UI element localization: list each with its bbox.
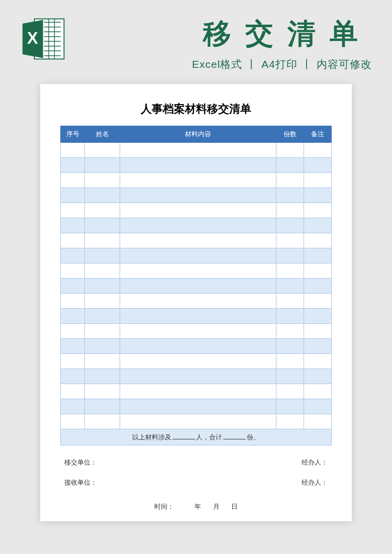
table-cell (85, 158, 120, 173)
footer-date: 时间： 年 月 日 (60, 502, 332, 511)
table-cell (85, 279, 120, 294)
template-subtitle: Excel格式丨A4打印丨内容可修改 (78, 57, 372, 71)
table-cell (120, 248, 276, 263)
table-cell (276, 233, 304, 248)
table-cell (276, 294, 304, 309)
table-cell (304, 339, 332, 354)
summary-prefix: 以上材料涉及 (132, 433, 171, 441)
table-cell (120, 294, 276, 309)
table-cell (85, 263, 120, 279)
table-cell (276, 279, 304, 294)
table-cell (276, 369, 304, 384)
table-cell (304, 203, 332, 218)
year-label: 年 (194, 503, 201, 510)
month-label: 月 (213, 503, 220, 510)
table-row (61, 248, 332, 263)
column-header-seq: 序号 (61, 126, 85, 143)
table-cell (304, 188, 332, 203)
excel-icon: X (20, 15, 68, 63)
blank-people (172, 432, 195, 439)
table-cell (120, 143, 276, 158)
handler-label-1: 经办人： (302, 458, 328, 467)
table-cell (120, 324, 276, 339)
table-row (61, 263, 332, 279)
table-cell (304, 263, 332, 279)
summary-row: 以上材料涉及人，合计份。 (61, 429, 332, 445)
table-row (61, 324, 332, 339)
table-cell (61, 279, 85, 294)
table-cell (304, 324, 332, 339)
table-cell (85, 218, 120, 233)
table-cell (276, 173, 304, 188)
table-cell (304, 248, 332, 263)
table-cell (304, 279, 332, 294)
print-label: A4打印 (261, 58, 298, 70)
table-cell (61, 324, 85, 339)
table-cell (276, 309, 304, 324)
footer-info: 移交单位： 经办人： 接收单位： 经办人： 时间： 年 月 日 (60, 458, 332, 511)
table-cell (120, 158, 276, 173)
table-row (61, 188, 332, 203)
table-cell (85, 414, 120, 429)
table-cell (304, 309, 332, 324)
table-row (61, 279, 332, 294)
table-cell (61, 309, 85, 324)
table-cell (276, 399, 304, 414)
table-cell (61, 248, 85, 263)
table-cell (304, 143, 332, 158)
table-cell (61, 414, 85, 429)
table-row (61, 143, 332, 158)
table-cell (304, 369, 332, 384)
table-row (61, 384, 332, 399)
table-cell (304, 354, 332, 369)
table-cell (120, 218, 276, 233)
handler-label-2: 经办人： (302, 478, 328, 487)
table-cell (120, 203, 276, 218)
template-title: 移交清单 (78, 15, 372, 53)
receive-unit-label: 接收单位： (64, 478, 97, 487)
table-row (61, 233, 332, 248)
table-row (61, 309, 332, 324)
template-header: X 移交清单 Excel格式丨A4打印丨内容可修改 (0, 0, 392, 84)
table-cell (120, 233, 276, 248)
blank-copies (223, 432, 246, 439)
table-cell (276, 218, 304, 233)
table-cell (276, 339, 304, 354)
summary-mid: 人，合计 (196, 433, 222, 441)
table-cell (276, 324, 304, 339)
table-row (61, 173, 332, 188)
table-cell (61, 369, 85, 384)
table-cell (85, 354, 120, 369)
table-row (61, 339, 332, 354)
table-cell (120, 339, 276, 354)
table-cell (85, 233, 120, 248)
table-cell (304, 218, 332, 233)
table-cell (120, 354, 276, 369)
table-cell (61, 339, 85, 354)
table-cell (61, 233, 85, 248)
table-cell (85, 384, 120, 399)
table-cell (61, 218, 85, 233)
table-cell (276, 188, 304, 203)
column-header-content: 材料内容 (120, 126, 276, 143)
table-cell (304, 384, 332, 399)
table-cell (61, 384, 85, 399)
table-cell (120, 399, 276, 414)
table-cell (120, 369, 276, 384)
table-cell (61, 354, 85, 369)
table-cell (276, 203, 304, 218)
table-cell (85, 143, 120, 158)
table-cell (304, 399, 332, 414)
table-cell (61, 399, 85, 414)
transfer-unit-label: 移交单位： (64, 458, 97, 467)
table-cell (61, 158, 85, 173)
table-cell (61, 188, 85, 203)
column-header-count: 份数 (276, 126, 304, 143)
time-label: 时间： (154, 503, 174, 510)
table-cell (61, 143, 85, 158)
table-row (61, 354, 332, 369)
svg-text:X: X (27, 29, 38, 47)
document-title: 人事档案材料移交清单 (60, 102, 332, 117)
table-cell (120, 188, 276, 203)
table-cell (276, 158, 304, 173)
